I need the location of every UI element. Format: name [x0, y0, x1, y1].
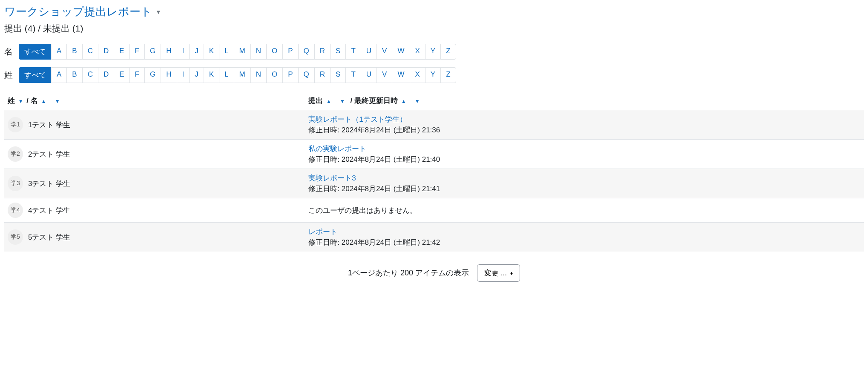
sort-asc-icon[interactable]: ▲ [41, 98, 46, 104]
filter-letter[interactable]: P [282, 44, 298, 60]
filter-letter[interactable]: X [410, 67, 425, 83]
filter-letter[interactable]: U [361, 44, 377, 60]
filter-letter[interactable]: F [129, 67, 145, 83]
sort-desc-icon[interactable]: ▼ [55, 98, 60, 104]
filter-letter[interactable]: H [161, 44, 177, 60]
sort-asc-icon[interactable]: ▲ [401, 98, 406, 104]
filter-letter[interactable]: N [250, 67, 267, 83]
col-lastname-label[interactable]: 姓 [8, 97, 15, 105]
sort-desc-icon[interactable]: ▼ [415, 98, 420, 104]
filter-letter[interactable]: P [282, 67, 298, 83]
no-submission-text: このユーザの提出はありません。 [308, 206, 860, 215]
filter-letter[interactable]: S [330, 44, 346, 60]
submission-cell: 実験レポート（1テスト学生）修正日時: 2024年8月24日 (土曜日) 21:… [305, 110, 864, 140]
filter-letter[interactable]: S [330, 67, 346, 83]
filter-letter[interactable]: E [114, 44, 129, 60]
filter-letter[interactable]: K [204, 67, 219, 83]
filter-letter[interactable]: K [204, 44, 219, 60]
table-row: 学22テスト 学生私の実験レポート修正日時: 2024年8月24日 (土曜日) … [4, 140, 864, 169]
submission-cell: 実験レポート3修正日時: 2024年8月24日 (土曜日) 21:41 [305, 169, 864, 198]
filter-letter[interactable]: Y [425, 44, 441, 60]
filter-letter[interactable]: V [377, 67, 392, 83]
filter-letter[interactable]: X [410, 44, 425, 60]
filter-letter[interactable]: D [98, 67, 114, 83]
col-lastmod-label[interactable]: 最終更新日時 [354, 97, 398, 105]
filter-all[interactable]: すべて [19, 67, 52, 83]
table-row: 学33テスト 学生実験レポート3修正日時: 2024年8月24日 (土曜日) 2… [4, 169, 864, 198]
sort-asc-icon[interactable]: ▲ [326, 98, 331, 104]
filter-letter[interactable]: J [189, 44, 204, 60]
submission-link[interactable]: 実験レポート（1テスト学生） [308, 114, 860, 124]
sort-desc-icon[interactable]: ▼ [340, 98, 345, 104]
filter-letter[interactable]: L [219, 67, 234, 83]
filter-letter[interactable]: G [144, 67, 161, 83]
filter-letter[interactable]: R [314, 67, 331, 83]
firstname-filter-row: 名 すべてABCDEFGHIJKLMNOPQRSTUVWXYZ [4, 44, 864, 60]
filter-letter[interactable]: L [219, 44, 234, 60]
filter-letter[interactable]: J [189, 67, 204, 83]
filter-letter[interactable]: H [161, 67, 177, 83]
submission-cell: このユーザの提出はありません。 [305, 198, 864, 223]
table-row: 学55テスト 学生レポート修正日時: 2024年8月24日 (土曜日) 21:4… [4, 223, 864, 252]
user-cell: 学22テスト 学生 [4, 140, 305, 169]
filter-letter[interactable]: T [345, 44, 361, 60]
submission-modified: 修正日時: 2024年8月24日 (土曜日) 21:40 [308, 155, 860, 164]
filter-letter[interactable]: U [361, 67, 377, 83]
filter-letter[interactable]: G [144, 44, 161, 60]
filter-letter[interactable]: I [177, 67, 190, 83]
submissions-table: 姓 ▼ / 名 ▲ ▼ 提出 ▲ ▼ / 最終更新日時 ▲ ▼ 学11テスト 学… [4, 92, 864, 252]
caret-updown-icon: ♦ [510, 270, 513, 276]
filter-letter[interactable]: Z [440, 67, 456, 83]
submission-link[interactable]: レポート [308, 227, 860, 237]
submission-link[interactable]: 実験レポート3 [308, 173, 860, 183]
filter-letter[interactable]: V [377, 44, 392, 60]
filter-letter[interactable]: T [345, 67, 361, 83]
filter-letter[interactable]: Y [425, 67, 441, 83]
change-per-page-button[interactable]: 変更 ... ♦ [477, 264, 520, 282]
col-header-user: 姓 ▼ / 名 ▲ ▼ [4, 92, 305, 110]
filter-letter[interactable]: A [51, 67, 67, 83]
header-separator: / [350, 97, 352, 105]
filter-letter[interactable]: M [234, 67, 251, 83]
pagination-footer: 1ページあたり 200 アイテムの表示 変更 ... ♦ [4, 264, 864, 282]
filter-letter[interactable]: B [66, 67, 82, 83]
col-submission-label[interactable]: 提出 [308, 97, 323, 105]
filter-all[interactable]: すべて [19, 44, 52, 60]
filter-letter[interactable]: N [250, 44, 267, 60]
table-row: 学44テスト 学生このユーザの提出はありません。 [4, 198, 864, 223]
user-cell: 学33テスト 学生 [4, 169, 305, 198]
filter-letter[interactable]: B [66, 44, 82, 60]
avatar: 学3 [8, 176, 23, 191]
table-row: 学11テスト 学生実験レポート（1テスト学生）修正日時: 2024年8月24日 … [4, 110, 864, 140]
filter-letter[interactable]: W [392, 67, 410, 83]
submission-cell: 私の実験レポート修正日時: 2024年8月24日 (土曜日) 21:40 [305, 140, 864, 169]
filter-letter[interactable]: I [177, 44, 190, 60]
avatar: 学1 [8, 117, 23, 132]
filter-letter[interactable]: Q [298, 67, 315, 83]
submission-modified: 修正日時: 2024年8月24日 (土曜日) 21:42 [308, 238, 860, 247]
avatar: 学2 [8, 146, 23, 162]
filter-letter[interactable]: O [266, 44, 283, 60]
filter-letter[interactable]: E [114, 67, 129, 83]
firstname-filter-label: 名 [4, 46, 14, 57]
items-per-page-text: 1ページあたり 200 アイテムの表示 [348, 269, 469, 277]
filter-letter[interactable]: Z [440, 44, 456, 60]
filter-letter[interactable]: C [82, 44, 98, 60]
submission-modified: 修正日時: 2024年8月24日 (土曜日) 21:41 [308, 184, 860, 194]
title-dropdown-icon[interactable]: ▼ [155, 9, 161, 15]
filter-letter[interactable]: M [234, 44, 251, 60]
user-name: 3テスト 学生 [28, 179, 70, 189]
col-firstname-label[interactable]: 名 [31, 97, 38, 105]
lastname-filter-list: すべてABCDEFGHIJKLMNOPQRSTUVWXYZ [19, 67, 456, 83]
filter-letter[interactable]: R [314, 44, 331, 60]
filter-letter[interactable]: O [266, 67, 283, 83]
filter-letter[interactable]: D [98, 44, 114, 60]
filter-letter[interactable]: A [51, 44, 67, 60]
submission-link[interactable]: 私の実験レポート [308, 144, 860, 154]
filter-letter[interactable]: F [129, 44, 145, 60]
filter-letter[interactable]: Q [298, 44, 315, 60]
filter-letter[interactable]: C [82, 67, 98, 83]
sort-desc-icon[interactable]: ▼ [18, 98, 23, 104]
user-name: 1テスト 学生 [28, 120, 70, 130]
filter-letter[interactable]: W [392, 44, 410, 60]
